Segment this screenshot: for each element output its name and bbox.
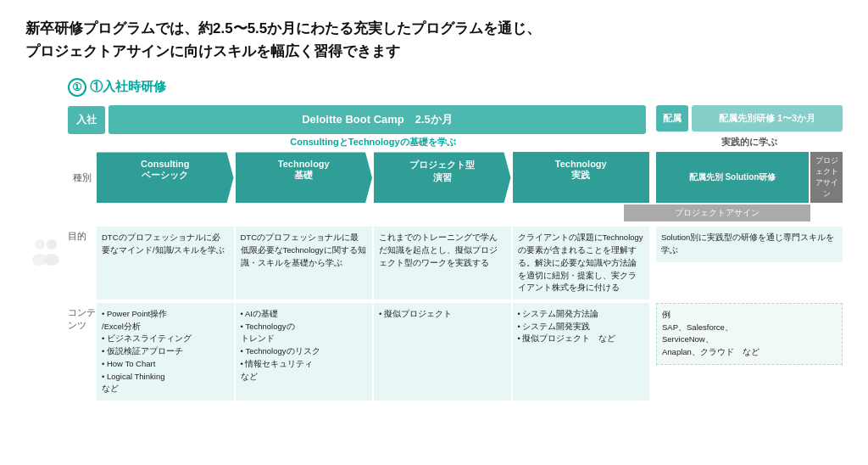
subtitle-right: 実践的に学ぶ bbox=[656, 136, 843, 148]
subtitle-main: ConsultingとTechnologyの基礎を学ぶ bbox=[97, 136, 649, 148]
categories-main: Consultingベーシック Technology基礎 プロジェクト型演習 T… bbox=[97, 152, 649, 203]
haizokusaki-badge: 配属先別研修 1〜3か月 bbox=[692, 105, 843, 132]
cat-project-演習: プロジェクト型演習 bbox=[374, 152, 511, 203]
svg-point-3 bbox=[44, 254, 59, 266]
haizoku-badge: 配属 bbox=[656, 105, 688, 132]
avatar-area bbox=[25, 105, 68, 401]
bootcamp-badge: Deloitte Boot Camp 2.5か月 bbox=[108, 105, 646, 134]
mokuteki-right: Solution別に実践型の研修を通じ専門スキルを学ぶ bbox=[656, 227, 843, 261]
solution-kenshu-label: 配属先別 Solution研修 bbox=[656, 152, 809, 203]
contents-cell-3: • 擬似プロジェクト bbox=[374, 303, 511, 401]
shubetsu-label: 種別 bbox=[68, 152, 97, 203]
main-title: 新卒研修プログラムでは、約2.5〜5.5か月にわたる充実したプログラムを通じ、 … bbox=[25, 17, 843, 63]
project-assign-small: プロジェクト アサイン bbox=[810, 152, 843, 203]
mokuteki-cells: DTCのプロフェッショナルに必要なマインド/知識/スキルを学ぶ DTCのプロフェ… bbox=[97, 227, 649, 300]
contents-label: コンテンツ bbox=[68, 303, 97, 332]
cat-consulting: Consultingベーシック bbox=[97, 152, 234, 203]
mokuteki-cell-2: DTCのプロフェッショナルに最低限必要なTechnologyに関する知識・スキル… bbox=[236, 227, 373, 300]
section-label: ①①入社時研修 bbox=[68, 78, 843, 97]
contents-cell-4: • システム開発方法論 • システム開発実践 • 擬似プロジェクト など bbox=[513, 303, 650, 401]
cat-technology-kiso: Technology基礎 bbox=[236, 152, 373, 203]
mokuteki-cell-1: DTCのプロフェッショナルに必要なマインド/知識/スキルを学ぶ bbox=[97, 227, 234, 300]
cats-right: 配属先別 Solution研修 プロジェクト アサイン bbox=[656, 152, 843, 203]
contents-cell-1: • Power Point操作 /Excel分析 • ビジネスライティング • … bbox=[97, 303, 234, 401]
mokuteki-label: 目的 bbox=[68, 227, 97, 243]
contents-cells: • Power Point操作 /Excel分析 • ビジネスライティング • … bbox=[97, 303, 649, 401]
contents-right: 例 SAP、Salesforce、 ServiceNow、 Anaplan、クラ… bbox=[656, 303, 843, 365]
contents-cell-2: • AIの基礎 • Technologyの トレンド • Technologyの… bbox=[236, 303, 373, 401]
mokuteki-cell-3: これまでのトレーニングで学んだ知識を起点とし、擬似プロジェクト型のワークを実践す… bbox=[374, 227, 511, 300]
cat-technology-jissen: Technology実践 bbox=[513, 152, 650, 203]
mokuteki-cell-4: クライアントの課題にTechnologyの要素が含まれることを理解する。解決に必… bbox=[513, 227, 650, 300]
svg-point-0 bbox=[35, 239, 45, 249]
svg-point-2 bbox=[47, 239, 57, 249]
gray-bar: プロジェクトアサイン bbox=[624, 204, 810, 221]
nyusha-badge: 入社 bbox=[68, 106, 105, 134]
